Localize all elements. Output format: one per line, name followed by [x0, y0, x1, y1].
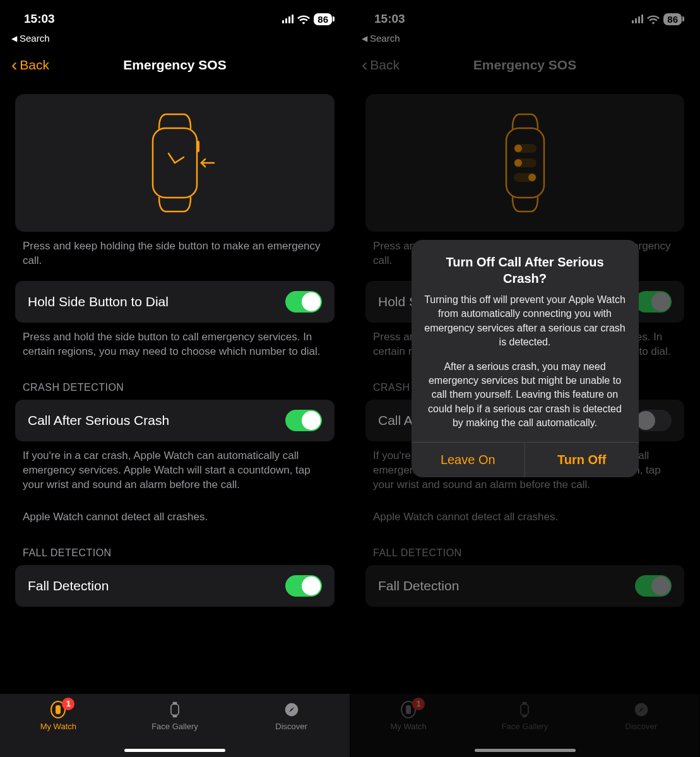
tab-my-watch-label: My Watch [40, 722, 76, 731]
battery-level: 86 [314, 13, 332, 25]
watch-outline-icon [165, 700, 184, 719]
call-after-crash-row[interactable]: Call After Serious Crash [15, 400, 335, 441]
cellular-signal-icon [282, 15, 294, 23]
fall-detection-toggle[interactable] [285, 575, 322, 597]
back-triangle-icon: ◀ [11, 34, 17, 43]
crash-footer1: If you're in a car crash, Apple Watch ca… [15, 441, 335, 492]
crash-footer2: Apple Watch cannot detect all crashes. [15, 503, 335, 525]
hold-side-footer: Press and hold the side button to call e… [15, 323, 335, 359]
svg-rect-1 [197, 141, 199, 152]
tab-bar: 1 My Watch Face Gallery Discover [0, 694, 350, 757]
compass-icon [282, 700, 301, 719]
hold-side-toggle[interactable] [285, 291, 322, 313]
call-after-crash-toggle[interactable] [285, 410, 322, 431]
breadcrumb-search[interactable]: ◀ Search [0, 32, 350, 47]
alert-title: Turn Off Call After Serious Crash? [423, 254, 627, 287]
crash-detection-header: CRASH DETECTION [15, 359, 335, 400]
content-area: Press and keep holding the side button t… [0, 83, 350, 607]
alert-message-1: Turning this off will prevent your Apple… [423, 293, 627, 350]
svg-rect-9 [173, 715, 177, 717]
page-title: Emergency SOS [0, 57, 350, 73]
screen-alert: 15:03 86 ◀ Search ‹ Back Emergency SOS [350, 0, 699, 757]
nav-header: ‹ Back Emergency SOS [0, 47, 350, 83]
confirmation-alert: Turn Off Call After Serious Crash? Turni… [412, 240, 639, 477]
chevron-left-icon: ‹ [11, 56, 17, 74]
tab-discover-label: Discover [275, 722, 307, 731]
back-label: Back [20, 57, 49, 73]
status-indicators: 86 [282, 13, 332, 25]
breadcrumb-label: Search [20, 33, 50, 44]
svg-rect-8 [173, 702, 177, 704]
home-indicator[interactable] [124, 749, 225, 752]
status-bar: 15:03 86 [0, 0, 350, 32]
tab-my-watch[interactable]: 1 My Watch [1, 700, 116, 731]
tab-face-gallery[interactable]: Face Gallery [117, 700, 233, 731]
back-button[interactable]: ‹ Back [11, 56, 49, 74]
tab-face-gallery-label: Face Gallery [151, 722, 198, 731]
leave-on-button[interactable]: Leave On [412, 443, 525, 477]
fall-detection-row[interactable]: Fall Detection [15, 565, 335, 607]
tab-badge: 1 [62, 698, 74, 710]
svg-rect-6 [56, 705, 61, 714]
svg-rect-7 [171, 704, 179, 715]
alert-message-2: After a serious crash, you may need emer… [423, 360, 627, 431]
hold-side-button-row[interactable]: Hold Side Button to Dial [15, 281, 335, 323]
hero-illustration [15, 94, 335, 232]
call-after-crash-label: Call After Serious Crash [28, 413, 169, 428]
watch-side-button-icon [131, 109, 219, 217]
status-time: 15:03 [24, 12, 55, 26]
svg-line-2 [169, 153, 175, 163]
fall-detection-header: FALL DETECTION [15, 525, 335, 565]
svg-line-3 [175, 157, 184, 163]
screen-settings: 15:03 86 ◀ Search ‹ Back Emergency SOS [0, 0, 350, 757]
turn-off-button[interactable]: Turn Off [525, 443, 639, 477]
tab-discover[interactable]: Discover [234, 700, 349, 731]
wifi-icon [297, 14, 310, 24]
fall-detection-label: Fall Detection [28, 578, 109, 593]
hero-footer-text: Press and keep holding the side button t… [15, 232, 335, 268]
hold-side-label: Hold Side Button to Dial [28, 294, 169, 309]
